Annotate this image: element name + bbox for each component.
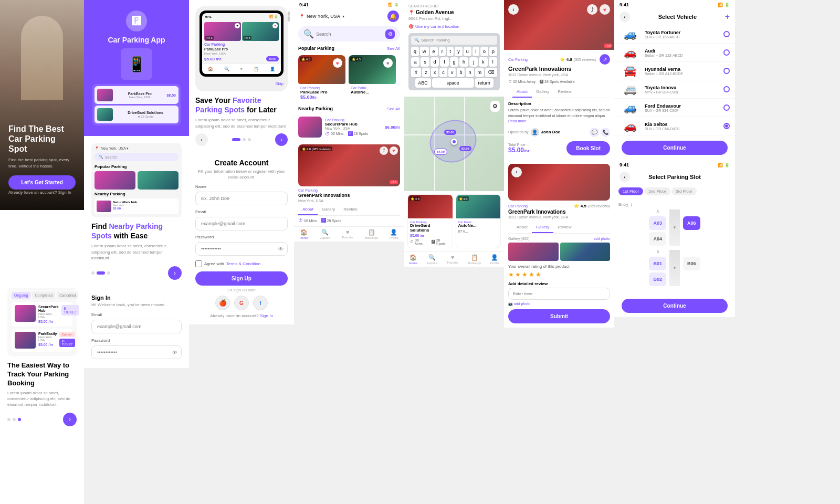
review-review-tab[interactable]: Review [553,222,575,233]
about-tab[interactable]: About [298,204,318,215]
map-pin-2[interactable]: $3.50 [459,146,471,151]
vehicle-radio-fortuner[interactable] [723,31,730,37]
vehicle-radio-endeavour[interactable] [723,104,730,111]
vehicle-radio-verna[interactable] [723,68,730,74]
key-b[interactable]: b [457,68,465,77]
key-v[interactable]: v [448,68,456,77]
floor-3-tab[interactable]: 3rd Floor [671,187,697,195]
detail-review-tab[interactable]: Review [553,87,575,98]
create-email-input[interactable] [195,217,288,230]
vehicle-back-button[interactable]: ‹ [620,12,630,22]
slot-back-button[interactable]: ‹ [620,172,630,182]
share-icon[interactable]: ⤴ [380,146,388,155]
key-s[interactable]: s [421,57,429,67]
map-card-1[interactable]: ⭐ 4.8 Car Parking DriveGard Solutions $5… [407,194,453,248]
next-arrow-button-2[interactable]: › [275,133,288,146]
floor-2-tab[interactable]: 2nd Floor [644,187,670,195]
add-photo-link[interactable]: add photo [594,237,610,240]
create-password-input[interactable] [195,242,288,256]
key-r[interactable]: r [439,47,446,56]
slot-b01[interactable]: B01 [649,257,666,270]
email-input[interactable] [91,320,182,333]
share-button-top[interactable]: ⤴ [587,4,597,15]
lets-get-started-button[interactable]: Let's Get Started [8,175,76,190]
star-3[interactable]: ★ [522,271,528,278]
map-nav-explore[interactable]: 🔍Explore [427,254,437,265]
map-nav-profile[interactable]: 👤Profile [490,254,499,265]
key-j[interactable]: j [469,57,478,67]
key-x[interactable]: x [431,68,439,77]
vehicle-continue-button[interactable]: Continue [622,141,728,155]
key-a[interactable]: a [411,57,419,67]
vehicle-item-fortuner[interactable]: 🚙 Toyota Fortuner SUV • GR 123-ABCD [614,25,735,44]
vehicle-item-seltos[interactable]: 🚗 Kia Seltos SUV • GR C56-D07G [614,117,735,135]
create-password-toggle-icon[interactable]: 👁 [278,246,284,252]
slot-continue-button[interactable]: Continue [622,299,728,313]
key-shift[interactable]: ⇧ [411,68,421,77]
review-tab[interactable]: Review [339,204,361,215]
map-pin-1[interactable]: $5.00 [444,130,456,135]
vehicle-item-verna[interactable]: 🚘 Hyunndai Verna Sedan • GR A12-BCDE [614,62,735,80]
map-filter-button[interactable]: ⚙ [490,101,500,112]
heart-button-top[interactable]: ♥ [600,4,610,15]
add-vehicle-button[interactable]: + [725,12,730,22]
key-h[interactable]: h [459,57,468,67]
star-1[interactable]: ★ [508,271,514,278]
message-button[interactable]: 💬 [590,128,599,137]
vehicle-item-audi[interactable]: 🚗 Audi Sedan • GR 123-ABCD [614,44,735,62]
notification-bell-icon[interactable]: 🔔 [387,10,399,22]
key-k[interactable]: k [479,57,487,67]
nearby-parking-item-2[interactable]: ⭐ 4.8 (385 reviews) ⤴ ♥ +10 Car Parking … [294,141,404,226]
read-more-link[interactable]: Read more [508,119,527,123]
key-c[interactable]: c [439,68,447,77]
heart-icon[interactable]: ♥ [390,146,398,155]
next-arrow-button[interactable]: › [63,413,77,426]
password-toggle-icon[interactable]: 👁 [172,349,177,355]
signin-link[interactable]: Sign In [58,190,71,195]
key-w[interactable]: w [420,47,429,56]
key-abc[interactable]: ABC [415,78,431,88]
search-input[interactable] [316,32,383,37]
vehicle-radio-seltos[interactable] [723,123,730,129]
prev-arrow-button[interactable]: ‹ [195,133,208,146]
filter-icon[interactable]: ⚙ [385,29,395,39]
key-n[interactable]: n [466,68,474,77]
floor-1-tab[interactable]: 1st Floor [618,187,643,195]
name-input[interactable] [195,192,288,205]
key-e[interactable]: e [430,47,438,56]
map-nav-fav[interactable]: ♥Favorite [447,254,458,265]
review-add-photo-link[interactable]: 📷 add photo [508,302,610,306]
favorite-icon-1[interactable]: ♥ [333,58,342,68]
nav-explore[interactable]: 🔍Explore [320,229,330,239]
star-5[interactable]: ★ [536,271,541,278]
apple-signin-button[interactable]: 🍎 [215,296,230,310]
nav-favorite[interactable]: ♥Favorite [342,229,353,239]
review-about-tab[interactable]: About [512,222,532,233]
favorite-icon-2[interactable]: ♥ [383,58,393,68]
review-gallery-tab[interactable]: Gallery [532,222,553,233]
slot-a03[interactable]: A03 [649,216,666,230]
terms-checkbox[interactable] [195,260,202,267]
key-z[interactable]: z [422,68,430,77]
google-signin-button[interactable]: G [234,296,249,310]
key-y[interactable]: y [455,47,463,56]
gallery-tab[interactable]: Gallery [318,204,339,215]
map-pin-3[interactable]: $4.00 [434,149,447,155]
key-i[interactable]: i [472,47,479,56]
slot-b06[interactable]: B06 [683,257,700,270]
create-account-signin-link[interactable]: Sign In [260,313,273,318]
nearby-parking-item-1[interactable]: Car Parking SecurePark Hub New York, USA… [294,113,404,141]
navigate-button[interactable]: ↗ [600,54,610,65]
nav-bookings[interactable]: 📋Bookings [365,229,378,239]
skip-button[interactable]: Skip [275,81,284,86]
vehicle-item-endeavour[interactable]: 🚙 Ford Endeavour SUV • GR 834-C90F [614,99,735,117]
popular-parking-card-2[interactable]: ⭐ 4.5 ♥ Car Parki... AutoNe... [349,55,396,102]
password-input[interactable] [91,345,182,359]
key-d[interactable]: d [430,57,439,67]
key-o[interactable]: o [480,47,488,56]
key-backspace[interactable]: ⌫ [485,68,497,77]
signup-button[interactable]: Sign Up [195,271,288,286]
vehicle-item-innova[interactable]: 🚐 Toyota Innova MPV • GR 834-C981 [614,80,735,99]
facebook-signin-button[interactable]: f [253,296,268,310]
star-4[interactable]: ★ [529,271,534,278]
